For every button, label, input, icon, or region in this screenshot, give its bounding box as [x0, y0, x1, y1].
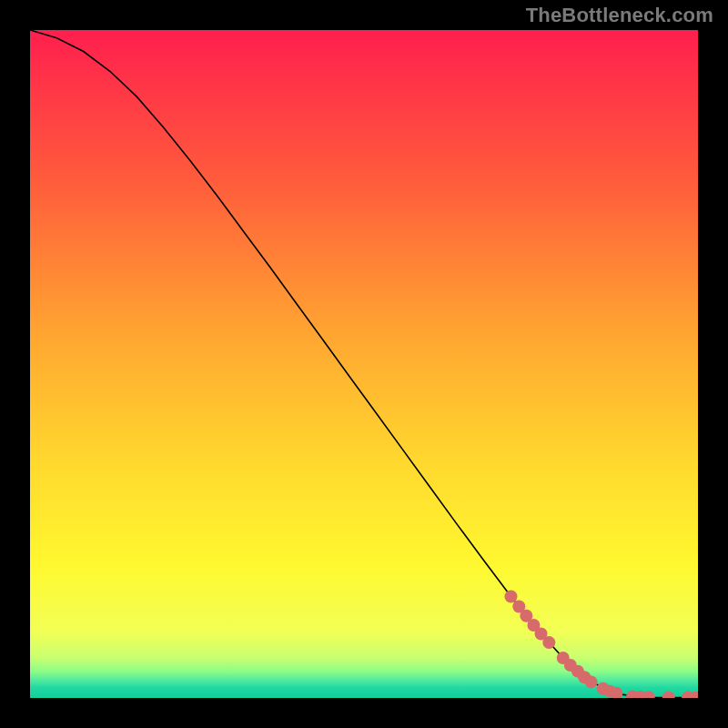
data-marker [504, 590, 517, 602]
plot-area [30, 30, 698, 698]
chart-svg [30, 30, 698, 698]
data-marker [585, 675, 598, 688]
watermark-text: TheBottleneck.com [526, 4, 713, 27]
chart-frame: TheBottleneck.com [0, 0, 728, 728]
gradient-background [30, 30, 698, 698]
data-marker [542, 636, 555, 649]
